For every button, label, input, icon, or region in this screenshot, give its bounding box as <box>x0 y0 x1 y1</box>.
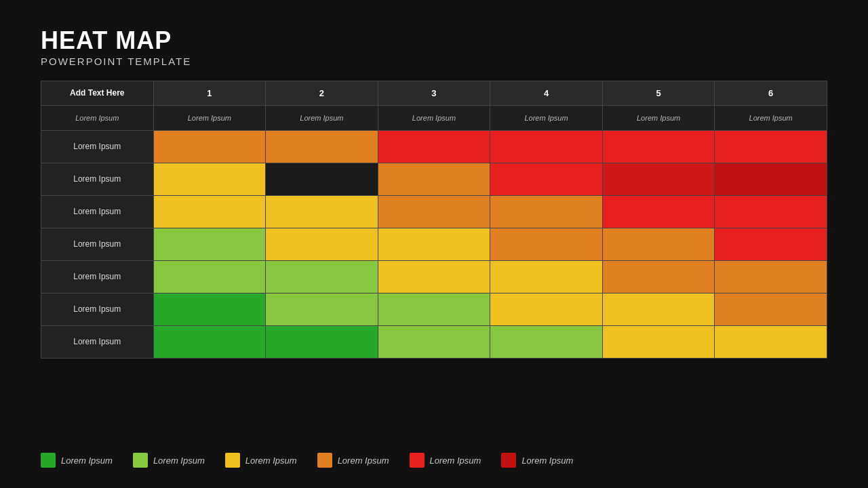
heat-cell-2-5 <box>715 195 827 228</box>
legend: Lorem IpsumLorem IpsumLorem IpsumLorem I… <box>41 446 827 468</box>
heat-cell-5-4 <box>602 293 715 325</box>
subheader-cell-5: Lorem Ipsum <box>715 105 827 130</box>
col-header-2: 2 <box>266 81 378 105</box>
table-row: Lorem Ipsum <box>41 163 827 195</box>
legend-label-2: Lorem Ipsum <box>245 455 297 466</box>
row-label-6: Lorem Ipsum <box>41 325 154 358</box>
heat-cell-0-0 <box>153 130 266 163</box>
legend-label-0: Lorem Ipsum <box>61 455 113 466</box>
subheader-cell-0: Lorem Ipsum <box>153 105 266 130</box>
row-label-5: Lorem Ipsum <box>41 293 154 325</box>
col-header-6: 6 <box>715 81 827 105</box>
subheader-cell-1: Lorem Ipsum <box>266 105 378 130</box>
col-header-4: 4 <box>490 81 603 105</box>
heat-cell-2-4 <box>602 195 715 228</box>
legend-item-3: Lorem Ipsum <box>317 453 389 468</box>
subheader-row: Lorem IpsumLorem IpsumLorem IpsumLorem I… <box>41 105 827 130</box>
legend-label-4: Lorem Ipsum <box>430 455 481 466</box>
heat-map-table: Add Text Here 1 2 3 4 5 6 Lorem IpsumLor… <box>41 81 827 359</box>
header: HEAT MAP POWERPOINT TEMPLATE <box>41 27 827 67</box>
row-label-2: Lorem Ipsum <box>41 195 154 228</box>
heat-cell-0-2 <box>378 130 490 163</box>
heat-cell-3-5 <box>715 228 827 260</box>
subheader-cell-2: Lorem Ipsum <box>378 105 490 130</box>
heat-cell-0-4 <box>602 130 715 163</box>
heat-cell-1-5 <box>715 163 827 195</box>
legend-item-4: Lorem Ipsum <box>410 453 481 468</box>
legend-swatch-0 <box>41 453 56 468</box>
heat-cell-2-0 <box>153 195 266 228</box>
legend-label-3: Lorem Ipsum <box>338 455 389 466</box>
heat-cell-0-3 <box>490 130 603 163</box>
heat-cell-1-4 <box>602 163 715 195</box>
table-container: Add Text Here 1 2 3 4 5 6 Lorem IpsumLor… <box>41 81 827 435</box>
heat-cell-2-2 <box>378 195 490 228</box>
heat-cell-2-3 <box>490 195 603 228</box>
legend-item-1: Lorem Ipsum <box>133 453 205 468</box>
table-row: Lorem Ipsum <box>41 293 827 325</box>
heat-cell-6-1 <box>266 325 378 358</box>
subheader-cell-3: Lorem Ipsum <box>490 105 603 130</box>
heat-cell-3-2 <box>378 228 490 260</box>
heat-cell-0-5 <box>715 130 827 163</box>
subheader-cell-4: Lorem Ipsum <box>602 105 715 130</box>
table-row: Lorem Ipsum <box>41 260 827 293</box>
legend-swatch-1 <box>133 453 148 468</box>
table-row: Lorem Ipsum <box>41 228 827 260</box>
heat-cell-6-4 <box>602 325 715 358</box>
column-header-row: Add Text Here 1 2 3 4 5 6 <box>41 81 827 105</box>
heat-cell-0-1 <box>266 130 378 163</box>
corner-label: Add Text Here <box>41 81 154 105</box>
legend-swatch-4 <box>410 453 425 468</box>
heat-cell-6-3 <box>490 325 603 358</box>
table-row: Lorem Ipsum <box>41 195 827 228</box>
row-label-4: Lorem Ipsum <box>41 260 154 293</box>
row-label-1: Lorem Ipsum <box>41 163 154 195</box>
legend-label-5: Lorem Ipsum <box>521 455 573 466</box>
row-label-3: Lorem Ipsum <box>41 228 154 260</box>
heat-cell-6-2 <box>378 325 490 358</box>
heat-cell-1-2 <box>378 163 490 195</box>
legend-item-2: Lorem Ipsum <box>225 453 297 468</box>
legend-swatch-2 <box>225 453 240 468</box>
page: HEAT MAP POWERPOINT TEMPLATE Add Text He… <box>0 0 868 488</box>
page-title: HEAT MAP <box>41 27 827 54</box>
col-header-3: 3 <box>378 81 490 105</box>
legend-swatch-5 <box>501 453 516 468</box>
heat-cell-4-0 <box>153 260 266 293</box>
heat-cell-5-0 <box>153 293 266 325</box>
heat-cell-3-3 <box>490 228 603 260</box>
heat-cell-5-2 <box>378 293 490 325</box>
heat-cell-1-1 <box>266 163 378 195</box>
heat-cell-5-3 <box>490 293 603 325</box>
legend-item-5: Lorem Ipsum <box>501 453 573 468</box>
heat-cell-4-1 <box>266 260 378 293</box>
heat-cell-3-4 <box>602 228 715 260</box>
heat-cell-1-3 <box>490 163 603 195</box>
legend-item-0: Lorem Ipsum <box>41 453 113 468</box>
row-label-0: Lorem Ipsum <box>41 130 154 163</box>
table-row: Lorem Ipsum <box>41 130 827 163</box>
heat-cell-6-0 <box>153 325 266 358</box>
page-subtitle: POWERPOINT TEMPLATE <box>41 56 827 67</box>
heat-cell-1-0 <box>153 163 266 195</box>
heat-cell-3-1 <box>266 228 378 260</box>
heat-cell-4-5 <box>715 260 827 293</box>
col-header-5: 5 <box>602 81 715 105</box>
subheader-label: Lorem Ipsum <box>41 105 154 130</box>
heat-cell-5-5 <box>715 293 827 325</box>
heat-cell-3-0 <box>153 228 266 260</box>
heat-cell-2-1 <box>266 195 378 228</box>
legend-label-1: Lorem Ipsum <box>153 455 205 466</box>
heat-cell-5-1 <box>266 293 378 325</box>
table-row: Lorem Ipsum <box>41 325 827 358</box>
heat-cell-4-2 <box>378 260 490 293</box>
legend-swatch-3 <box>317 453 332 468</box>
heat-cell-4-4 <box>602 260 715 293</box>
col-header-1: 1 <box>153 81 266 105</box>
heat-cell-4-3 <box>490 260 603 293</box>
heat-cell-6-5 <box>715 325 827 358</box>
